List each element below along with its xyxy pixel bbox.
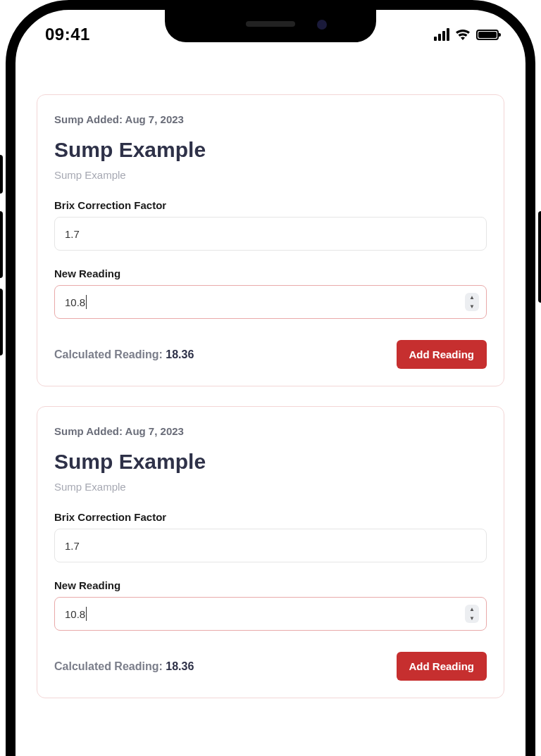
reading-label: New Reading xyxy=(54,579,487,591)
camera-icon xyxy=(317,20,327,30)
brix-input-value: 1.7 xyxy=(65,228,80,240)
stepper-up-icon[interactable]: ▲ xyxy=(465,605,479,614)
reading-input[interactable]: 10.8 ▲ ▼ xyxy=(54,597,487,631)
text-cursor xyxy=(86,607,87,621)
calc-value: 18.36 xyxy=(166,660,194,672)
calc-label-text: Calculated Reading: xyxy=(54,348,166,360)
reading-field-group: New Reading 10.8 ▲ ▼ xyxy=(54,579,487,631)
reading-input[interactable]: 10.8 ▲ ▼ xyxy=(54,285,487,319)
brix-label: Brix Correction Factor xyxy=(54,199,487,211)
stepper-down-icon[interactable]: ▼ xyxy=(465,614,479,623)
volume-up-button xyxy=(0,211,3,278)
volume-down-button xyxy=(0,289,3,355)
status-icons xyxy=(434,28,499,41)
brix-input[interactable]: 1.7 xyxy=(54,217,487,251)
stepper-up-icon[interactable]: ▲ xyxy=(465,293,479,302)
sump-card: Sump Added: Aug 7, 2023 Sump Example Sum… xyxy=(37,94,504,386)
calc-value: 18.36 xyxy=(166,348,194,360)
number-stepper[interactable]: ▲ ▼ xyxy=(465,605,479,623)
phone-notch xyxy=(165,8,376,42)
reading-input-value: 10.8 xyxy=(65,296,85,308)
calculated-reading: Calculated Reading: 18.36 xyxy=(54,660,194,673)
add-reading-button[interactable]: Add Reading xyxy=(397,340,487,369)
reading-field-group: New Reading 10.8 ▲ ▼ xyxy=(54,267,487,319)
phone-frame: 09:41 Sump Added: Aug 7, 2023 Sump Examp… xyxy=(6,0,535,756)
battery-icon xyxy=(476,30,499,40)
number-stepper[interactable]: ▲ ▼ xyxy=(465,293,479,311)
sump-subtitle: Sump Example xyxy=(54,169,487,181)
brix-field-group: Brix Correction Factor 1.7 xyxy=(54,199,487,251)
sump-added-meta: Sump Added: Aug 7, 2023 xyxy=(54,113,487,125)
power-button xyxy=(538,211,541,303)
sump-added-meta: Sump Added: Aug 7, 2023 xyxy=(54,425,487,437)
sump-title: Sump Example xyxy=(54,138,487,162)
content-scroll[interactable]: Sump Added: Aug 7, 2023 Sump Example Sum… xyxy=(37,94,504,756)
reading-label: New Reading xyxy=(54,267,487,279)
calc-label-text: Calculated Reading: xyxy=(54,660,166,672)
sump-card: Sump Added: Aug 7, 2023 Sump Example Sum… xyxy=(37,406,504,698)
add-reading-button[interactable]: Add Reading xyxy=(397,652,487,681)
card-footer: Calculated Reading: 18.36 Add Reading xyxy=(54,340,487,369)
brix-field-group: Brix Correction Factor 1.7 xyxy=(54,511,487,562)
speaker-icon xyxy=(246,21,295,27)
sump-subtitle: Sump Example xyxy=(54,481,487,493)
brix-label: Brix Correction Factor xyxy=(54,511,487,523)
calculated-reading: Calculated Reading: 18.36 xyxy=(54,348,194,361)
text-cursor xyxy=(86,295,87,309)
sump-title: Sump Example xyxy=(54,450,487,474)
stepper-down-icon[interactable]: ▼ xyxy=(465,302,479,311)
volume-mute-button xyxy=(0,155,3,194)
status-time: 09:41 xyxy=(45,25,90,44)
cellular-signal-icon xyxy=(434,28,449,41)
brix-input[interactable]: 1.7 xyxy=(54,529,487,562)
wifi-icon xyxy=(454,28,471,41)
reading-input-value: 10.8 xyxy=(65,608,85,620)
brix-input-value: 1.7 xyxy=(65,540,80,552)
card-footer: Calculated Reading: 18.36 Add Reading xyxy=(54,652,487,681)
